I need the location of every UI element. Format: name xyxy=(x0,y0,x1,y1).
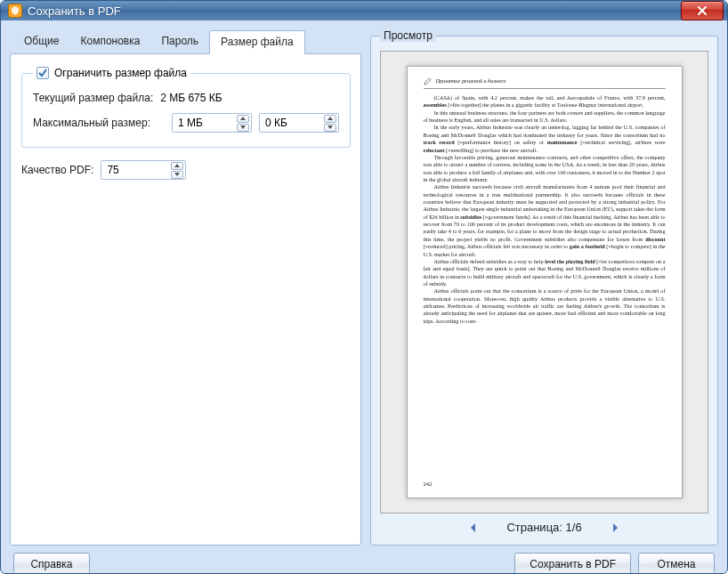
prev-page-button[interactable] xyxy=(467,521,480,534)
preview-page: Принятие решений в бизнесе (CASA) of Spa… xyxy=(407,66,683,498)
quality-spinner[interactable]: 75 xyxy=(101,160,186,180)
tab-password[interactable]: Пароль xyxy=(150,30,209,54)
preview-paragraph: (CASA) of Spain, with 4.2 percent, makes… xyxy=(424,94,666,109)
preview-viewport: Принятие решений в бизнесе (CASA) of Spa… xyxy=(380,51,708,513)
max-mb-value: 1 МБ xyxy=(178,117,233,129)
chevron-up-icon[interactable] xyxy=(324,115,336,123)
pager: Страница: 1/6 xyxy=(380,513,708,536)
limit-group: Ограничить размер файла Текущий размер ф… xyxy=(21,67,351,148)
dialog-buttons: Справка Сохранить в PDF Отмена xyxy=(10,553,718,574)
tab-general[interactable]: Общие xyxy=(13,30,69,54)
help-button[interactable]: Справка xyxy=(13,553,90,574)
window-title: Сохранить в PDF xyxy=(28,4,681,18)
quality-value: 75 xyxy=(107,164,167,176)
settings-panel: Общие Компоновка Пароль Размер файла Огр… xyxy=(10,29,361,546)
max-size-label: Максимальный размер: xyxy=(33,117,165,129)
next-page-button[interactable] xyxy=(609,521,621,534)
current-size-label: Текущий размер файла: xyxy=(33,92,153,104)
doc-header: Принятие решений в бизнесе xyxy=(436,77,506,85)
limit-checkbox[interactable] xyxy=(36,67,49,79)
preview-paragraph: In this unusual business structure, the … xyxy=(424,109,666,125)
chevron-up-icon[interactable] xyxy=(171,162,183,170)
quality-label: Качество PDF: xyxy=(21,164,93,176)
close-button[interactable] xyxy=(681,1,724,20)
tab-layout[interactable]: Компоновка xyxy=(69,30,150,54)
preview-paragraph: In the early years, Airbus Industrie was… xyxy=(424,124,666,153)
preview-paragraph: Airbus Industrie succeeds because civil … xyxy=(424,183,666,258)
max-kb-value: 0 КБ xyxy=(265,117,320,129)
preview-paragraph: Through favorable pricing, generous main… xyxy=(424,154,666,183)
pencil-icon xyxy=(424,77,432,85)
max-mb-spinner[interactable]: 1 МБ xyxy=(172,113,252,133)
preview-paragraph: Airbus officials point out that the cons… xyxy=(424,287,666,325)
pager-label: Страница: 1/6 xyxy=(506,521,581,534)
save-button[interactable]: Сохранить в PDF xyxy=(514,553,631,574)
chevron-down-icon[interactable] xyxy=(324,124,336,132)
cancel-button[interactable]: Отмена xyxy=(638,553,715,574)
dialog-window: Сохранить в PDF Общие Компоновка Пароль … xyxy=(0,0,728,574)
app-icon xyxy=(8,4,22,18)
chevron-down-icon[interactable] xyxy=(237,124,249,132)
preview-panel: Просмотр Принятие решений в бизнесе (CAS… xyxy=(370,29,718,546)
chevron-down-icon[interactable] xyxy=(171,171,183,179)
limit-checkbox-label: Ограничить размер файла xyxy=(54,67,187,79)
tab-body-filesize: Ограничить размер файла Текущий размер ф… xyxy=(10,53,361,546)
chevron-up-icon[interactable] xyxy=(237,115,249,123)
titlebar[interactable]: Сохранить в PDF xyxy=(1,1,727,20)
current-size-value: 2 МБ 675 КБ xyxy=(160,92,222,104)
tab-filesize[interactable]: Размер файла xyxy=(209,30,305,54)
tabs: Общие Компоновка Пароль Размер файла xyxy=(10,29,361,53)
preview-title: Просмотр xyxy=(380,29,436,42)
client-area: Общие Компоновка Пароль Размер файла Огр… xyxy=(1,20,727,574)
page-number: 242 xyxy=(424,481,433,489)
preview-paragraph: Airbus officials defend subsidies as a w… xyxy=(424,258,666,287)
max-kb-spinner[interactable]: 0 КБ xyxy=(259,113,339,133)
